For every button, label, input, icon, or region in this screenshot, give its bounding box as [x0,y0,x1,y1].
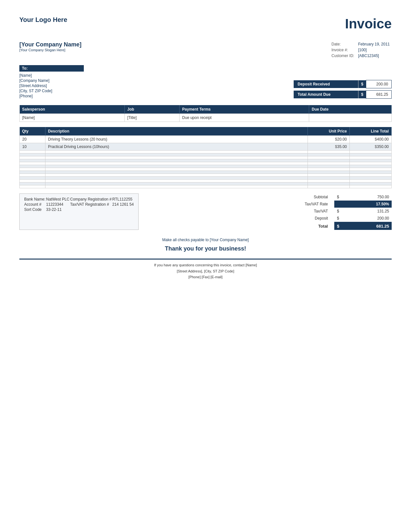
total-value: 681.25 [347,222,392,230]
thank-you: Thank you for your business! [19,245,392,252]
item-description [45,162,308,165]
item-description [45,177,308,180]
item-unit-price [308,182,350,185]
item-line-total [350,180,392,182]
table-row [20,168,392,171]
deposit-received-amount: 200.00 [366,80,392,88]
item-description: Practical Driving Lessons (10hours) [45,143,308,151]
total-dollar: $ [334,222,347,230]
item-description [45,174,308,177]
item-description [45,151,308,153]
item-unit-price [308,162,350,165]
total-amount-due-dollar: $ [358,91,366,98]
item-description [45,165,308,168]
item-unit-price [308,185,350,188]
table-row [20,165,392,168]
bank-info: Bank Name: NatWest PLC Company Registrat… [19,193,139,230]
footer-contact: If you have any questions concerning thi… [19,262,392,280]
salesperson-job: [Title] [124,114,179,122]
deposit-received-dollar: $ [358,80,366,88]
table-row [20,171,392,174]
date-label: Date: [329,41,356,47]
description-header: Description [45,127,308,136]
tax-rate-row: Tax/VAT Rate 17.50% [279,201,392,208]
qty-header: Qty [20,127,45,136]
salesperson-header: Salesperson [20,105,125,114]
table-row [20,185,392,188]
deposit-value: 200.00 [347,215,392,222]
item-description [45,171,308,174]
footer-divider [19,259,392,260]
tax-reg-value: 214 1261 54 [112,202,134,207]
item-unit-price [308,159,350,162]
item-description [45,185,308,188]
salesperson-name: [Name] [20,114,125,122]
company-name: [Your Company Name] [19,41,82,48]
account-label: Account # [24,202,45,207]
item-line-total [350,185,392,188]
subtotal-dollar: $ [334,193,347,201]
deposit-label: Deposit [279,215,334,222]
item-qty [20,174,45,177]
unit-price-header: Unit Price [308,127,350,136]
footer-details: [Phone] [Fax] [E-mail] [19,274,392,280]
customer-id-label: Customer ID: [329,53,356,59]
item-qty [20,185,45,188]
table-row [20,162,392,165]
checks-payable: Make all checks payable to [Your Company… [19,238,392,242]
deposit-dollar: $ [334,215,347,222]
tax-value: 131.25 [347,208,392,215]
invoice-num-label: Invoice #: [329,47,356,53]
to-phone: [Phone] [19,94,84,99]
item-qty [20,156,45,159]
total-amount-due-amount: 681.25 [366,90,392,99]
table-row [20,159,392,162]
total-amount-due-row: Total Amount Due $ 681.25 [294,90,392,99]
invoice-header: Your Logo Here Invoice [19,16,392,32]
line-total-header: Line Total [350,127,392,136]
company-info: [Your Company Name] [Your Company Slogan… [19,41,82,59]
table-row [20,177,392,180]
tax-row: Tax/VAT $ 131.25 [279,208,392,215]
payment-terms-header: Payment Terms [180,105,309,114]
invoice-title: Invoice [345,16,392,32]
item-description [45,156,308,159]
reg-label: Company Registration # [70,197,112,202]
item-qty: 10 [20,143,45,151]
bank-name-label: Bank Name: [24,197,45,202]
item-unit-price [308,177,350,180]
item-line-total [350,174,392,177]
due-date-header: Due Date [309,105,392,114]
item-line-total [350,156,392,159]
item-description [45,159,308,162]
items-table: Qty Description Unit Price Line Total 20… [19,127,392,188]
item-line-total [350,171,392,174]
item-line-total [350,162,392,165]
item-unit-price [308,168,350,171]
to-company: [Company Name] [19,78,84,83]
item-line-total [350,168,392,171]
bottom-area: Bank Name: NatWest PLC Company Registrat… [19,193,392,230]
table-row [20,182,392,185]
item-unit-price [308,171,350,174]
tax-label: Tax/VAT [279,208,334,215]
footer-contact-line: If you have any questions concerning thi… [19,262,392,268]
item-description [45,182,308,185]
to-header: To: [19,65,84,72]
item-qty [20,168,45,171]
tax-rate-label: Tax/VAT Rate [279,201,334,208]
subtotal-row: Subtotal $ 750.00 [279,193,392,201]
to-block: To: [Name] [Company Name] [Street Addres… [19,65,84,99]
item-description [45,168,308,171]
bank-name-value: NatWest PLC [46,197,69,202]
table-row: 20Driving Theory Lessons (20 hours)$20.0… [20,136,392,143]
total-label: Total [279,222,334,230]
invoice-num-value: [100] [356,47,392,53]
total-amount-due-label: Total Amount Due [294,91,358,98]
item-line-total [350,177,392,180]
to-street: [Street Address] [19,83,84,88]
to-city: [City, ST ZIP Code] [19,88,84,94]
table-row [20,151,392,153]
item-line-total [350,165,392,168]
item-qty [20,151,45,153]
